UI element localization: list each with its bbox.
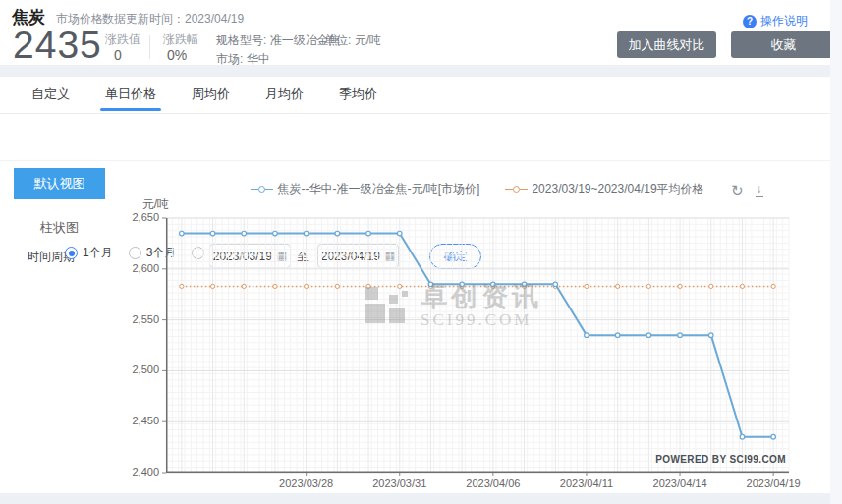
current-price: 2435 — [13, 24, 102, 67]
update-time: 数据更新时间：2023/04/19 — [102, 11, 244, 28]
favorite-button[interactable]: 收藏 — [731, 31, 836, 58]
radio-1-month[interactable]: 1个月 — [65, 245, 113, 261]
y-axis-tick-label: 2,400 — [104, 466, 159, 477]
separator-band — [0, 65, 842, 77]
chart-toolbar: ↻ ↓ — [731, 183, 763, 197]
unit-label: 单位: 元/吨 — [324, 32, 381, 49]
sidebar-item-default-view[interactable]: 默认视图 — [14, 168, 105, 199]
download-icon[interactable]: ↓ — [756, 183, 763, 197]
y-axis-tick-label: 2,550 — [104, 313, 159, 325]
powered-by-label: POWERED BY SCI99.COM — [589, 454, 786, 465]
change-value: 0 — [114, 47, 122, 63]
page-right-gutter — [830, 0, 842, 504]
help-icon: ? — [743, 15, 757, 28]
x-axis-tick-label: 2023/04/11 — [547, 477, 626, 489]
x-axis-tick-label: 2023/04/19 — [734, 477, 813, 489]
price-line-chart — [166, 218, 789, 473]
tab-weekly-avg[interactable]: 周均价 — [192, 77, 230, 113]
chart-legend: 焦炭--华中-准一级冶金焦-元/吨[市场价] 2023/03/19~2023/0… — [166, 181, 789, 197]
change-pct: 0% — [167, 47, 187, 63]
refresh-icon[interactable]: ↻ — [731, 183, 744, 197]
change-value-label: 涨跌值 — [105, 31, 140, 48]
y-axis-tick-label: 2,500 — [104, 364, 159, 375]
series-marker-icon — [251, 186, 273, 193]
tab-daily-price[interactable]: 单日价格 — [105, 77, 156, 113]
divider — [149, 35, 150, 59]
radio-icon — [65, 247, 78, 259]
add-compare-button[interactable]: 加入曲线对比 — [617, 31, 716, 58]
y-axis-tick-label: 2,650 — [104, 211, 159, 223]
tab-monthly-avg[interactable]: 月均价 — [265, 77, 304, 113]
change-pct-label: 涨跌幅 — [163, 31, 198, 48]
x-axis-tick-label: 2023/03/28 — [267, 477, 346, 489]
sidebar-item-bar-chart[interactable]: 柱状图 — [14, 217, 105, 239]
spec-label: 规格型号: 准一级冶金焦 — [216, 32, 341, 49]
tab-custom[interactable]: 自定义 — [31, 77, 70, 113]
series-marker-icon — [505, 186, 528, 193]
x-axis-tick-label: 2023/04/14 — [641, 477, 719, 489]
help-link[interactable]: ? 操作说明 — [743, 13, 808, 29]
x-axis-tick-label: 2023/03/31 — [361, 477, 439, 489]
legend-item-average-series[interactable]: 2023/03/19~2023/04/19平均价格 — [505, 181, 703, 197]
x-axis-tick-label: 2023/04/06 — [454, 477, 533, 489]
y-axis-tick-label: 2,600 — [104, 262, 159, 274]
time-filter-row: 时间周期 1个月 3个月 1年 2023/03/19▦ 至 2023/04/19… — [0, 116, 842, 161]
tab-quarterly-avg[interactable]: 季均价 — [339, 77, 377, 113]
legend-item-price-series[interactable]: 焦炭--华中-准一级冶金焦-元/吨[市场价] — [251, 181, 479, 197]
price-detail-page: 焦炭 市场价格 数据更新时间：2023/04/19 2435 涨跌值 0 涨跌幅… — [0, 0, 842, 504]
help-link-label: 操作说明 — [760, 13, 808, 29]
y-axis-tick-label: 2,450 — [104, 415, 159, 426]
separator-band — [0, 493, 842, 504]
price-type-tabs: 自定义 单日价格 周均价 月均价 季均价 — [0, 77, 842, 114]
radio-icon — [129, 247, 141, 259]
